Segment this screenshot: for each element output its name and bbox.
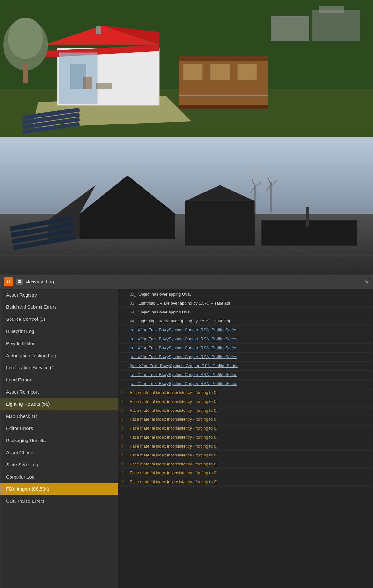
log-prefix: 32_	[130, 292, 137, 297]
log-link[interactable]: jral_Xfmr_Trck_BswySystms_Cooper_RSA_Pro…	[130, 372, 237, 377]
warning-icon: !	[121, 425, 128, 431]
log-link[interactable]: jral_Xfmr_Trck_BswySystms_Cooper_RSA_Pro…	[130, 336, 237, 341]
log-text: Face material index inconsistency - forc…	[130, 443, 369, 449]
log-link[interactable]: jral_Xfmr_Trck_BswySystms_Cooper_RSA_Pro…	[130, 328, 237, 332]
message-icon: 💬	[16, 279, 23, 285]
log-text[interactable]: jral_Xfmr_Trck_BswySystms_Cooper_RSA_Pro…	[130, 354, 369, 360]
log-text: Face material index inconsistency - forc…	[130, 425, 369, 432]
log-text[interactable]: jral_Xfmr_Trck_BswySystms_Cooper_RSA_Pro…	[130, 345, 369, 351]
log-text[interactable]: jral_Xfmr_Trck_BswySystms_Cooper_RSA_Pro…	[130, 372, 369, 378]
warning-icon: !	[121, 452, 128, 457]
sidebar-item-slate-style-log[interactable]: Slate Style Log	[0, 459, 118, 471]
log-text: Face material index inconsistency - forc…	[130, 470, 369, 476]
log-row: jral_Xfmr_Trck_BswySystms_Cooper_RSA_Pro…	[118, 371, 373, 380]
svg-rect-24	[271, 16, 309, 41]
svg-rect-12	[183, 64, 202, 80]
log-row: !Face material index inconsistency - for…	[118, 397, 373, 406]
log-row: !Face material index inconsistency - for…	[118, 415, 373, 424]
sidebar-item-fbx-import[interactable]: FBX Import (86,594)	[0, 483, 118, 495]
sidebar-item-source-control[interactable]: Source Control (5)	[0, 313, 118, 325]
svg-rect-14	[238, 64, 257, 80]
log-text: Face material index inconsistency - forc…	[130, 416, 369, 423]
svg-rect-67	[306, 207, 309, 227]
log-text[interactable]: jral_Xfmr_Trck_BswySystms_Cooper_RSA_Pro…	[130, 381, 369, 387]
sidebar-item-blueprint-log[interactable]: Blueprint Log	[0, 325, 118, 337]
panel-title: Message Log	[25, 279, 54, 284]
warning-icon: !	[121, 389, 128, 395]
svg-point-18	[8, 18, 43, 59]
sidebar-item-lighting-results[interactable]: Lighting Results (58)	[0, 398, 118, 410]
log-row: Ijral_Xfmr_Trck_BswySystms_Cooper_RSA_Pr…	[118, 362, 373, 371]
svg-rect-26	[319, 6, 344, 13]
log-text: Face material index inconsistency - forc…	[130, 461, 369, 467]
log-text: Face material index inconsistency - forc…	[130, 452, 369, 458]
log-link[interactable]: jral_Xfmr_Trck_BswySystms_Cooper_RSA_Pro…	[130, 345, 237, 350]
log-text: Face material index inconsistency - forc…	[130, 389, 369, 396]
svg-rect-19	[23, 64, 28, 83]
svg-rect-11	[179, 56, 268, 61]
log-row: !Face material index inconsistency - for…	[118, 451, 373, 460]
log-row: !Face material index inconsistency - for…	[118, 433, 373, 442]
log-row: jral_Xfmr_Trck_BswySystms_Cooper_RSA_Pro…	[118, 326, 373, 335]
log-text: 32_ Object has overlapping UVs.	[130, 291, 369, 298]
log-row: jral_Xfmr_Trck_BswySystms_Cooper_RSA_Pro…	[118, 353, 373, 362]
svg-rect-7	[96, 26, 101, 34]
sidebar-item-udn-parse-errors[interactable]: UDN Parse Errors	[0, 495, 118, 507]
top-viewport	[0, 0, 373, 137]
sidebar-item-packaging-results[interactable]: Packaging Results	[0, 434, 118, 447]
svg-rect-27	[83, 77, 92, 89]
log-row: 54_ Object has overlapping UVs.	[118, 308, 373, 317]
log-row: !Face material index inconsistency - for…	[118, 388, 373, 397]
svg-rect-53	[261, 220, 357, 246]
log-row: 54_ Lightmap UV are overlapping by 1.5%.…	[118, 317, 373, 326]
log-text: 54_ Object has overlapping UVs.	[130, 309, 369, 315]
log-text: Face material index inconsistency - forc…	[130, 407, 369, 414]
sidebar-item-editor-errors[interactable]: Editor Errors	[0, 422, 118, 434]
logo-letter: U	[7, 279, 10, 284]
log-row: !Face material index inconsistency - for…	[118, 406, 373, 415]
log-row: jral_Xfmr_Trck_BswySystms_Cooper_RSA_Pro…	[118, 344, 373, 353]
sidebar-item-automation-testing-log[interactable]: Automation Testing Log	[0, 350, 118, 362]
log-row: !Face material index inconsistency - for…	[118, 424, 373, 433]
warning-icon: !	[121, 407, 128, 413]
close-button[interactable]: ✕	[365, 279, 369, 285]
sidebar-item-compiler-log[interactable]: Compiler Log	[0, 471, 118, 483]
svg-rect-25	[312, 10, 360, 41]
log-content[interactable]: 32_ Object has overlapping UVs.32_ Light…	[118, 289, 373, 588]
log-text[interactable]: jral_Xfmr_Trck_BswySystms_Cooper_RSA_Pro…	[130, 327, 369, 333]
content-area: Asset RegistryBuild and Submit ErrorsSou…	[0, 289, 373, 588]
sidebar-item-asset-check[interactable]: Asset Check	[0, 447, 118, 459]
sidebar-item-play-in-editor[interactable]: Play In Editor	[0, 337, 118, 350]
log-row: !Face material index inconsistency - for…	[118, 478, 373, 487]
log-link[interactable]: jral_Xfmr_Trck_BswySystms_Cooper_RSA_Pro…	[130, 381, 237, 386]
log-text[interactable]: jral_Xfmr_Trck_BswySystms_Cooper_RSA_Pro…	[130, 336, 369, 342]
log-row: !Face material index inconsistency - for…	[118, 469, 373, 478]
sidebar-item-build-submit-errors[interactable]: Build and Submit Errors	[0, 301, 118, 313]
sidebar-item-load-errors[interactable]: Load Errors	[0, 374, 118, 386]
warning-icon: !	[121, 461, 128, 466]
warning-icon: !	[121, 434, 128, 440]
log-link[interactable]: jral_Xfmr_Trck_BswySystms_Cooper_RSA_Pro…	[130, 354, 237, 359]
titlebar: U 💬 Message Log ✕	[0, 275, 373, 289]
log-link[interactable]: Ijral_Xfmr_Trck_BswySystms_Cooper_RSA_Pr…	[130, 363, 238, 368]
log-row: !Face material index inconsistency - for…	[118, 460, 373, 469]
log-prefix: 54_	[130, 319, 137, 323]
log-prefix: 32_	[130, 301, 137, 305]
sidebar-item-asset-reimport[interactable]: Asset Reimport	[0, 386, 118, 398]
sidebar-item-map-check[interactable]: Map Check (1)	[0, 410, 118, 422]
warning-icon: !	[121, 470, 128, 475]
warning-icon: !	[121, 398, 128, 404]
svg-rect-13	[210, 64, 230, 80]
warning-icon: !	[121, 443, 128, 449]
warning-icon: !	[121, 479, 128, 484]
sidebar-item-asset-registry[interactable]: Asset Registry	[0, 289, 118, 301]
message-log-panel: U 💬 Message Log ✕ Asset RegistryBuild an…	[0, 275, 373, 588]
svg-rect-51	[185, 201, 255, 246]
log-text[interactable]: Ijral_Xfmr_Trck_BswySystms_Cooper_RSA_Pr…	[130, 363, 369, 369]
sidebar-item-localization-service[interactable]: Localization Service (1)	[0, 362, 118, 374]
log-row: !Face material index inconsistency - for…	[118, 442, 373, 451]
log-row: 32_ Object has overlapping UVs.	[118, 290, 373, 299]
log-text: Face material index inconsistency - forc…	[130, 398, 369, 405]
svg-rect-28	[96, 83, 112, 89]
svg-rect-15	[179, 105, 268, 109]
